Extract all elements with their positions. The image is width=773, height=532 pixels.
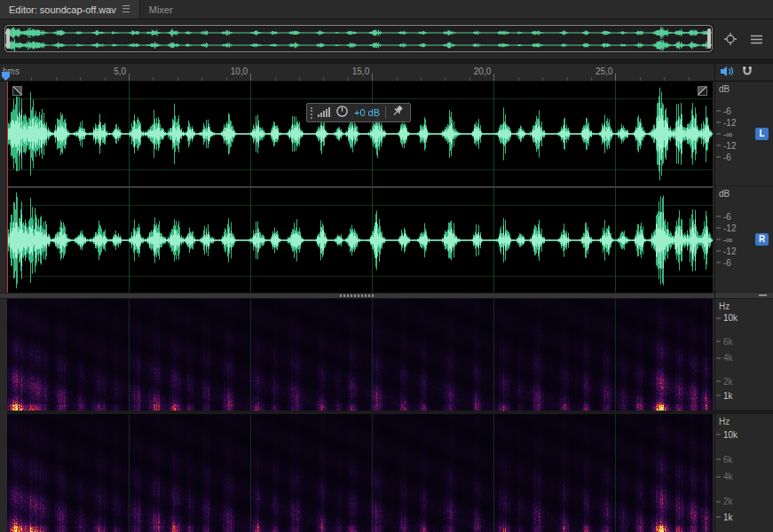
ruler-tick (421, 77, 422, 81)
ruler-tick (275, 77, 276, 81)
db-tick-label: -6 (723, 106, 731, 115)
ruler-tick (348, 77, 349, 81)
overview-navigator (0, 20, 773, 59)
db-tick-label: -∞ (723, 234, 732, 244)
ruler-tick (250, 74, 251, 81)
tab-mixer[interactable]: Mixer (140, 0, 182, 19)
channel-badge-l[interactable]: L (755, 128, 769, 140)
scale-column: dB-6-12-∞-12-6L dB-6-12-∞-12-6R Hz10k6k4… (714, 64, 773, 532)
db-scale-title: dB (719, 189, 730, 199)
db-tick (716, 121, 721, 122)
range-handle-left[interactable] (6, 28, 10, 49)
ruler-tick-label: 25,0 (586, 66, 612, 76)
hz-tick (716, 434, 721, 435)
panel-menu-icon[interactable]: ☰ (122, 4, 130, 15)
ruler-tick (664, 77, 665, 81)
ruler-tick (518, 77, 519, 81)
pin-hud-icon[interactable] (391, 105, 404, 121)
ruler-tick (226, 77, 227, 81)
hz-tick-label: 4k (723, 353, 733, 363)
db-tick (716, 133, 721, 134)
ruler-tick (591, 77, 592, 81)
hz-tick-label: 4k (723, 472, 733, 481)
ruler-tick (493, 74, 494, 81)
ruler-tick (323, 77, 324, 81)
volume-hud[interactable]: +0 dB (306, 103, 411, 122)
level-meter-icon (318, 105, 330, 121)
db-scale-right: dB-6-12-∞-12-6R (715, 186, 773, 293)
ruler-tick (689, 77, 690, 81)
ruler-tick (469, 77, 470, 81)
hz-scale-right: Hz10k6k4k2k1k (715, 414, 773, 532)
hz-tick (716, 517, 721, 518)
collapse-handle-icon[interactable] (759, 294, 767, 296)
hud-drag-grip[interactable] (311, 107, 312, 119)
ruler-tick (640, 77, 641, 81)
db-tick-label: -6 (723, 211, 731, 221)
hz-tick (716, 341, 721, 342)
ruler-tick (31, 77, 32, 81)
channel-badge-r[interactable]: R (755, 233, 769, 246)
snap-magnet-icon[interactable] (742, 66, 753, 79)
waveform-display[interactable]: +0 dB (0, 82, 714, 293)
db-tick-label: -6 (723, 257, 731, 267)
ruler-tick (299, 77, 300, 81)
hz-tick-label: 2k (723, 497, 733, 506)
fade-out-handle[interactable] (698, 86, 707, 96)
db-scale-title: dB (719, 84, 730, 94)
spectral-display[interactable] (0, 299, 714, 532)
timeline-ruler[interactable]: hms 5,010,015,020,025,0 (0, 64, 714, 82)
db-scale-left: dB-6-12-∞-12-6L (715, 82, 773, 186)
overview-track[interactable] (4, 24, 714, 53)
audition-editor-window: Editor: soundcap-off.wav ☰ Mixer (0, 0, 773, 532)
ruler-tick-label: 5,0 (99, 66, 126, 76)
view-splitter[interactable] (0, 293, 714, 299)
hz-tick (716, 476, 721, 477)
hz-scale-title: Hz (719, 417, 730, 426)
navigator-toolbar (722, 32, 764, 46)
tab-editor[interactable]: Editor: soundcap-off.wav ☰ (0, 0, 140, 19)
scale-splitter-gap (715, 293, 773, 299)
ruler-tick-label: 10,0 (221, 66, 248, 76)
hz-tick (716, 459, 721, 460)
gain-value[interactable]: +0 dB (354, 107, 380, 118)
range-handle-right[interactable] (707, 28, 711, 49)
panel-options-icon[interactable] (748, 32, 764, 46)
hz-scale-title: Hz (719, 301, 730, 311)
hz-tick (716, 357, 721, 358)
spectrogram-left-canvas[interactable] (7, 299, 713, 411)
hud-separator (385, 106, 386, 119)
ruler-tick (105, 77, 106, 81)
db-tick (716, 239, 721, 239)
ruler-tick-label: 15,0 (343, 66, 369, 76)
hz-tick (716, 501, 721, 502)
db-tick (716, 262, 721, 262)
hz-tick-label: 10k (723, 429, 738, 439)
overview-range-selector[interactable] (4, 25, 713, 52)
db-tick-label: -12 (723, 117, 736, 127)
ruler-tick-label: 20,0 (464, 66, 491, 76)
speaker-icon[interactable] (720, 66, 734, 79)
ruler-tick (372, 74, 373, 81)
hz-tick-label: 6k (723, 336, 733, 346)
ruler-tick (445, 77, 446, 81)
db-tick (716, 156, 721, 157)
gain-knob-icon[interactable] (335, 105, 349, 121)
db-tick-labels: -6-12-∞-12-6 (716, 105, 736, 162)
db-tick-label: -∞ (723, 129, 732, 138)
spectrogram-right-canvas[interactable] (7, 414, 713, 532)
hz-scale-left: Hz10k6k4k2k1k (715, 299, 773, 411)
ruler-tick (201, 77, 202, 81)
db-tick-label: -12 (723, 246, 736, 255)
ruler-tick (153, 77, 154, 81)
hz-tick (716, 395, 721, 396)
playhead-marker[interactable] (2, 72, 10, 81)
hz-tick-label: 1k (723, 512, 733, 521)
zoom-navigate-icon[interactable] (722, 32, 738, 46)
ruler-tick (177, 77, 178, 81)
splitter-grip-icon (340, 294, 375, 297)
ruler-tick (397, 77, 398, 81)
fade-in-handle[interactable] (12, 86, 22, 96)
db-tick (716, 110, 721, 111)
ruler-tick (542, 77, 543, 81)
